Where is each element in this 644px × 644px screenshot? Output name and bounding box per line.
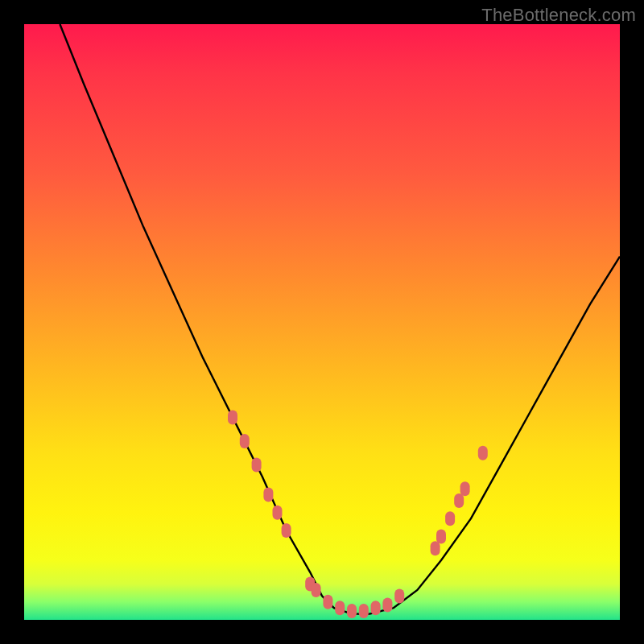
- value-marker: [347, 604, 357, 618]
- value-marker: [382, 598, 392, 613]
- value-marker: [282, 523, 291, 538]
- value-marker: [431, 541, 440, 555]
- value-marker: [228, 410, 237, 424]
- value-marker: [436, 529, 446, 543]
- value-marker: [359, 604, 369, 618]
- curve-svg: [24, 24, 620, 620]
- value-marker: [252, 458, 262, 473]
- chart-frame: TheBottleneck.com: [0, 0, 644, 644]
- value-marker: [312, 583, 321, 597]
- value-marker: [460, 481, 470, 496]
- value-marker: [240, 434, 250, 448]
- value-marker: [263, 488, 273, 502]
- value-marker: [454, 493, 464, 508]
- value-marker: [273, 506, 283, 520]
- value-marker: [371, 601, 381, 615]
- value-marker: [394, 588, 404, 603]
- value-marker: [323, 595, 332, 609]
- bottleneck-curve: [60, 24, 620, 614]
- value-marker: [445, 511, 455, 526]
- plot-area: [24, 24, 620, 620]
- watermark-text: TheBottleneck.com: [481, 5, 636, 26]
- value-marker: [478, 446, 488, 460]
- value-marker: [335, 601, 345, 615]
- value-markers: [228, 410, 488, 618]
